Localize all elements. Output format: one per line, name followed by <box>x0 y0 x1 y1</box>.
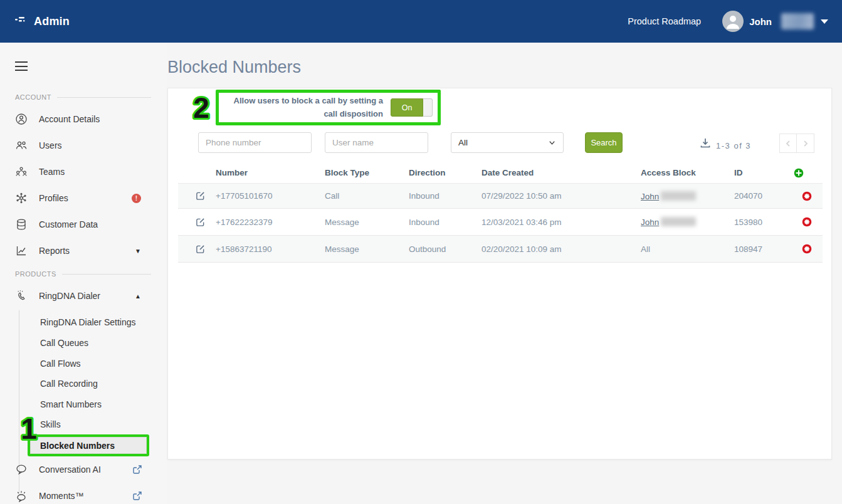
section-products: PRODUCTS <box>15 270 151 278</box>
cell-block-type: Call <box>325 191 409 201</box>
cell-date-created: 12/03/2021 03:46 pm <box>482 218 641 227</box>
delete-icon[interactable] <box>802 191 812 201</box>
table-row: +17705101670 Call Inbound 07/29/2022 10:… <box>178 184 823 209</box>
pager <box>779 134 814 153</box>
user-name-input[interactable] <box>325 132 428 153</box>
sidebar-item-label: Reports <box>39 246 70 256</box>
profiles-alert-badge-icon: ! <box>132 194 141 203</box>
add-blocked-number-icon[interactable] <box>794 168 804 178</box>
access-block-link[interactable]: John <box>641 218 696 227</box>
sidebar-item-profiles[interactable]: Profiles ! <box>0 185 167 211</box>
sidebar-item-label: Customer Data <box>39 219 98 229</box>
section-account: ACCOUNT <box>15 93 151 101</box>
cell-date-created: 07/29/2022 10:50 am <box>482 191 641 201</box>
sidebar-item-customer-data[interactable]: Customer Data <box>0 211 167 238</box>
block-type-select[interactable]: All <box>451 132 564 153</box>
account-circle-icon <box>15 113 28 125</box>
search-button[interactable]: Search <box>585 132 623 153</box>
prev-page-button[interactable] <box>779 134 797 153</box>
table-row: +15863721190 Message Outbound 02/20/2021… <box>178 236 823 263</box>
sidebar-subitem-call-flows[interactable]: Call Flows <box>0 353 167 374</box>
product-roadmap-link[interactable]: Product Roadmap <box>628 16 701 26</box>
download-icon[interactable] <box>700 137 711 149</box>
sidebar-item-account-details[interactable]: Account Details <box>0 106 167 132</box>
chevron-down-icon <box>548 139 556 147</box>
sidebar-item-reports[interactable]: Reports ▼ <box>0 238 167 264</box>
profiles-icon <box>15 192 28 204</box>
user-lastname-redacted <box>781 13 814 29</box>
cell-date-created: 02/20/2021 10:09 am <box>482 244 641 254</box>
header-block-type: Block Type <box>325 168 409 177</box>
sidebar: ACCOUNT Account Details Users Teams <box>0 43 167 504</box>
redacted-name <box>661 191 696 201</box>
access-block-link[interactable]: John <box>641 192 696 201</box>
sidebar-item-ringdna-dialer[interactable]: RingDNA Dialer ▲ <box>0 283 167 309</box>
main-content: Blocked Numbers 2 Allow users to block a… <box>167 43 842 504</box>
cell-id: 204070 <box>734 191 794 201</box>
block-type-select-value: All <box>458 138 468 147</box>
phone-number-input[interactable] <box>198 132 312 153</box>
next-page-button[interactable] <box>797 134 814 153</box>
sidebar-item-label: Moments™ <box>39 491 84 501</box>
cell-access-block: All <box>641 244 734 254</box>
toggle-knob <box>423 98 433 117</box>
cell-direction: Inbound <box>409 218 482 227</box>
user-menu-caret-icon <box>821 19 828 24</box>
avatar <box>722 11 744 32</box>
header-direction: Direction <box>409 168 482 177</box>
moments-bubble-icon <box>15 490 28 502</box>
header-number: Number <box>216 168 325 177</box>
sidebar-item-users[interactable]: Users <box>0 132 167 159</box>
brand[interactable]: Admin <box>15 15 70 28</box>
teams-icon <box>15 165 28 178</box>
delete-icon[interactable] <box>802 244 812 254</box>
annotation-box-disposition-toggle: Allow users to block a call by setting a… <box>216 90 441 125</box>
sidebar-subitem-ringdna-dialer-settings[interactable]: RingDNA Dialer Settings <box>0 312 167 332</box>
brand-logo-icon <box>15 16 29 27</box>
cell-block-type: Message <box>325 218 409 227</box>
user-menu[interactable]: John <box>722 11 828 32</box>
sidebar-item-moments[interactable]: Moments™ <box>0 483 167 504</box>
sidebar-item-label: Profiles <box>39 193 68 203</box>
hamburger-menu-icon[interactable] <box>15 61 28 71</box>
sidebar-item-label: RingDNA Dialer <box>39 291 100 301</box>
header-id: ID <box>734 168 794 177</box>
page-title: Blocked Numbers <box>167 58 301 77</box>
external-link-icon <box>132 465 142 475</box>
redacted-name <box>661 217 696 226</box>
cell-number: +17622232379 <box>216 218 325 227</box>
cell-direction: Outbound <box>409 244 482 254</box>
sidebar-item-teams[interactable]: Teams <box>0 159 167 185</box>
annotation-box-blocked-numbers: Blocked Numbers <box>28 434 149 456</box>
sidebar-item-conversation-ai[interactable]: Conversation AI <box>0 456 167 483</box>
sidebar-subitem-blocked-numbers[interactable]: Blocked Numbers <box>30 437 147 454</box>
sidebar-subitem-call-recording[interactable]: Call Recording <box>0 373 167 394</box>
users-icon <box>15 139 28 152</box>
edit-icon[interactable] <box>196 218 205 227</box>
sidebar-subitem-call-queues[interactable]: Call Queues <box>0 332 167 353</box>
phone-dialer-icon <box>15 290 28 302</box>
database-icon <box>15 218 28 231</box>
cell-id: 153980 <box>734 218 794 227</box>
cell-direction: Inbound <box>409 191 482 201</box>
sidebar-item-label: Teams <box>39 167 65 177</box>
edit-icon[interactable] <box>196 244 205 254</box>
disposition-toggle[interactable]: On <box>391 98 433 117</box>
table-header: Number Block Type Direction Date Created… <box>178 162 823 184</box>
pagination-range: 1-3 of 3 <box>716 141 751 150</box>
speech-bubble-icon <box>15 463 28 476</box>
sidebar-item-label: Users <box>39 140 62 150</box>
user-name: John <box>749 16 772 27</box>
sidebar-subitem-skills[interactable]: Skills <box>0 414 167 434</box>
annotation-step-2: 2 <box>188 90 214 127</box>
table-row: +17622232379 Message Inbound 12/03/2021 … <box>178 209 823 236</box>
sidebar-item-label: Account Details <box>39 114 100 124</box>
edit-icon[interactable] <box>196 191 205 201</box>
disposition-toggle-label: Allow users to block a call by setting a… <box>221 95 383 120</box>
sidebar-item-label: Conversation AI <box>39 465 101 475</box>
cell-number: +17705101670 <box>216 191 325 201</box>
sidebar-subitem-smart-numbers[interactable]: Smart Numbers <box>0 394 167 414</box>
toggle-on-state: On <box>391 98 423 117</box>
cell-id: 108947 <box>734 244 794 254</box>
delete-icon[interactable] <box>802 217 812 227</box>
